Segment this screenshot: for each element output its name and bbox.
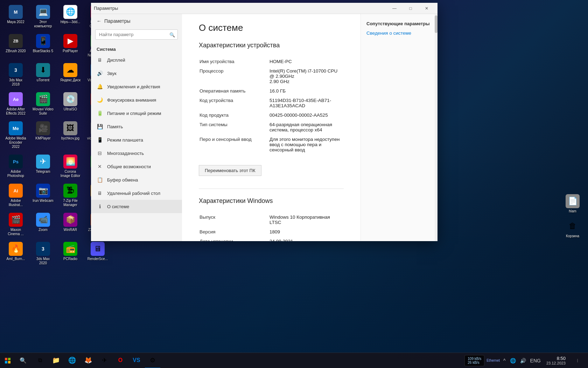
icon-label-irunwebcam: Irun Webcam (33, 199, 53, 203)
desktop-icon-7zip[interactable]: 🗜 7-Zip File Manager (58, 182, 83, 209)
system-info-link[interactable]: Сведения о системе (366, 30, 432, 36)
network-label[interactable]: Ethernet (486, 359, 500, 362)
desktop-icon-cinema4d[interactable]: 🎬 Maxon Cinema ... (4, 211, 28, 238)
taskbar-app-telegram[interactable]: ✈ (97, 353, 112, 368)
desktop-icon-winrar[interactable]: 📦 WinRAR (58, 211, 83, 238)
icon-label-yandex: Яндекс.Диск (60, 78, 80, 82)
spec-value-system-type: 64-разрядная операционная система, проце… (270, 122, 343, 132)
clock-date: 23.12.2023 (546, 361, 566, 365)
taskbar-app-vscode[interactable]: VS (129, 353, 144, 368)
network-stats-down: 26 kB/s (468, 361, 481, 364)
nav-item-memory[interactable]: 💾 Память (91, 120, 182, 133)
close-button[interactable]: ✕ (419, 3, 435, 14)
nav-item-remote[interactable]: 🖥 Удаленный рабочий стол (91, 186, 182, 200)
desktop-icon-irunwebcam[interactable]: 📷 Irun Webcam (31, 182, 55, 209)
minimize-button[interactable]: — (386, 3, 402, 14)
tray-volume-icon[interactable]: 🔊 (519, 357, 527, 364)
taskbar-search-button[interactable]: 🔍 (15, 353, 31, 368)
show-desktop-button[interactable]: | (570, 353, 585, 368)
desktop-icon-bluestacks[interactable]: 📱 BlueStacks 5 (31, 33, 55, 59)
nav-item-display[interactable]: 🖥 Дисплей (91, 53, 182, 67)
tray-network-icon[interactable]: 🌐 (509, 357, 517, 364)
rename-pc-button[interactable]: Переименовать этот ПК (199, 165, 261, 176)
desktop-icon-utorrent[interactable]: ⬇ uTorrent (31, 62, 55, 88)
nav-item-clipboard[interactable]: 📋 Буфер обмена (91, 173, 182, 186)
desktop-icon-this-pc[interactable]: 💻 Этот компьютер (31, 4, 55, 30)
spec-value-processor: Intel(R) Core(TM) i7-10700 CPU @ 2.90GHz… (270, 68, 343, 84)
tray-language-label[interactable]: ENG (529, 357, 542, 364)
desktop-icon-amlburn[interactable]: 🔥 AmI_Burn... (4, 240, 28, 267)
maximize-button[interactable]: □ (402, 3, 419, 14)
spec-value-device-code: 51194D31-B710-435E-AB71-A13E1A35ACAD (270, 98, 343, 108)
desktop-icon-corona[interactable]: 🌅 Corona Image Editor (58, 153, 83, 179)
desktop-icon-photoshop[interactable]: Ps Adobe Photoshop (4, 153, 28, 179)
svg-rect-3 (8, 361, 10, 363)
icon-img-ultraiso: 💿 (63, 92, 77, 106)
tray-up-arrow-icon[interactable]: ^ (502, 357, 507, 364)
taskbar-app-chrome[interactable]: 🌐 (64, 353, 80, 368)
scrollbar-track[interactable] (435, 14, 438, 241)
desktop-icon-bychkov[interactable]: 🖼 bychkov.jpg (58, 120, 83, 150)
windows-section-heading: Характеристики Windows (199, 197, 344, 205)
nav-label-sound: Звук (107, 71, 117, 76)
nav-item-power[interactable]: 🔋 Питание и спящий режим (91, 107, 182, 120)
nav-label-clipboard: Буфер обмена (107, 177, 138, 183)
desktop-icon-hlam[interactable]: 📄 hlam (564, 193, 581, 215)
desktop-icon-illustrator[interactable]: Ai Adobe Illustrat... (4, 182, 28, 209)
desktop-icon-maya2022[interactable]: M Maya 2022 (4, 4, 28, 30)
desktop-icon-3dsmax2020[interactable]: 3 3ds Max 2020 (31, 240, 55, 267)
nav-item-focus[interactable]: 🌙 Фокусировка внимания (91, 93, 182, 107)
icon-label-zbrush: ZBrush 2020 (6, 49, 26, 53)
taskbar-app-opera[interactable]: O (113, 353, 128, 368)
icon-label-illustrator: Adobe Illustrat... (5, 199, 27, 207)
nav-label-memory: Память (107, 124, 123, 129)
nav-label-accessibility: Общие возможности (107, 164, 151, 169)
desktop-icon-yandex[interactable]: ☁ Яндекс.Диск (58, 62, 83, 88)
desktop-icon-3dsmax2018[interactable]: 3 3ds Max 2018 (4, 62, 28, 88)
taskbar: 🔍 ⧉ 📁 🌐 🦊 ✈ O VS (0, 353, 588, 368)
nav-item-multitask[interactable]: ⊟ Многозадачность (91, 146, 182, 160)
nav-back-button[interactable]: ← Параметры (91, 14, 182, 28)
desktop-icon-kmplayer[interactable]: 🎥 KMPlayer (31, 120, 55, 150)
spec-label-system-type: Тип системы (200, 122, 270, 132)
window-controls: — □ ✕ (386, 3, 435, 14)
search-icon: 🔍 (169, 32, 175, 37)
icon-label-pcradio: PCRadio (63, 257, 77, 261)
settings-content: О системе Характеристики устройства Имя … (182, 14, 360, 241)
desktop-icon-zbrush[interactable]: ZB ZBrush 2020 (4, 33, 28, 59)
nav-item-accessibility[interactable]: ✕ Общие возможности (91, 160, 182, 173)
nav-item-sound[interactable]: 🔊 Звук (91, 67, 182, 80)
desktop-icon-pcradio[interactable]: 📻 PCRadio (58, 240, 83, 267)
tray-clock[interactable]: 8:50 23.12.2023 (544, 355, 568, 366)
taskbar-app-taskview[interactable]: ⧉ (32, 353, 48, 368)
start-button[interactable] (0, 353, 15, 368)
nav-section-title: Система (91, 44, 182, 53)
taskbar-app-settings[interactable]: ⚙ (145, 353, 160, 368)
desktop-icon-chrome[interactable]: 🌐 https---3dd... (58, 4, 83, 30)
taskbar-app-firefox[interactable]: 🦊 (80, 353, 96, 368)
back-arrow-icon: ← (97, 18, 102, 24)
desktop-icon-movavi-suite[interactable]: 🎬 Movavi Video Suite (31, 91, 55, 117)
spec-row-install-date: Дата установки 24.09.2021 (200, 237, 343, 241)
network-widget: 109 kB/s 26 kB/s (464, 355, 484, 366)
desktop-icon-telegram[interactable]: ✈ Telegram (31, 153, 55, 179)
nav-item-about[interactable]: ℹ О системе (91, 200, 182, 213)
icon-img-zoom: 📹 (36, 213, 50, 227)
spec-row-version: Версия 1809 (200, 227, 343, 237)
spec-value-product-code: 00425-00000-00002-AA525 (270, 113, 343, 118)
desktop-icon-aftereffects[interactable]: Ae Adobe After Effects 2022 (4, 91, 28, 117)
taskbar-app-explorer[interactable]: 📁 (48, 353, 64, 368)
nav-item-notifications[interactable]: 🔔 Уведомления и действия (91, 80, 182, 93)
scrollbar-thumb[interactable] (435, 15, 438, 33)
desktop-icon-ultraiso[interactable]: 💿 UltraISO (58, 91, 83, 117)
nav-item-tablet[interactable]: 📱 Режим планшета (91, 133, 182, 146)
telegram-taskbar-icon: ✈ (102, 356, 107, 364)
desktop-icon-recycle[interactable]: 🗑 Корзина (564, 218, 581, 240)
desktop-icon-zoom[interactable]: 📹 Zoom (31, 211, 55, 238)
spec-row-device-code: Код устройства 51194D31-B710-435E-AB71-A… (200, 96, 343, 110)
desktop-icon-potplayer[interactable]: ▶ PotPlayer (58, 33, 83, 59)
desktop-icon-adobemedia[interactable]: Me Adobe Media Encoder 2022 (4, 120, 28, 150)
icon-img-chrome: 🌐 (63, 5, 77, 19)
nav-search-input[interactable] (95, 29, 178, 40)
desktop-icon-renderscene[interactable]: 🖥 RenderSce... (85, 240, 110, 267)
